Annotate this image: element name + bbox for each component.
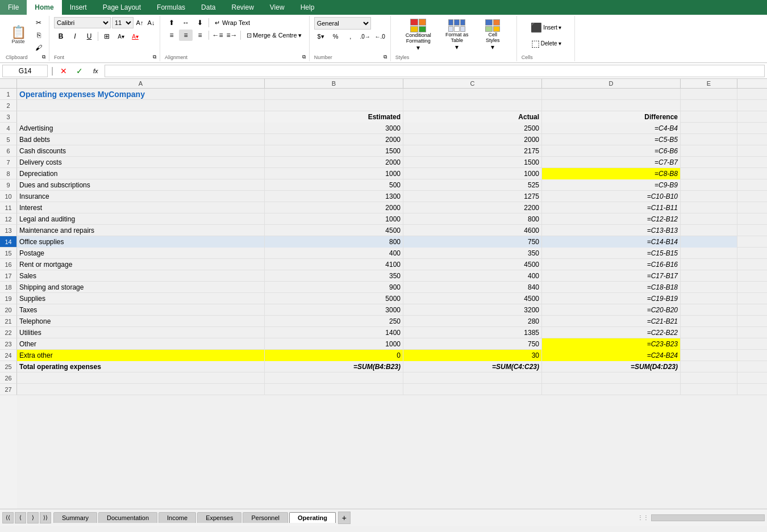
sheet-nav-right[interactable]: ⟩ (27, 512, 39, 523)
cell-c20[interactable]: 3200 (403, 304, 542, 316)
cell-a16[interactable]: Rent or mortgage (17, 259, 265, 270)
row-num-13[interactable]: 13 (0, 225, 17, 236)
row-num-2[interactable]: 2 (0, 100, 17, 111)
align-left-button[interactable]: ≡ (165, 30, 178, 41)
indent-decrease-button[interactable]: ←≡ (211, 30, 224, 41)
comma-button[interactable]: , (344, 31, 357, 42)
row-num-21[interactable]: 21 (0, 316, 17, 327)
tab-data[interactable]: Data (193, 0, 223, 15)
sheet-tab-operating[interactable]: Operating (289, 512, 336, 523)
cell-e6[interactable] (681, 145, 737, 157)
cell-d17[interactable]: =C17-B17 (542, 270, 681, 282)
cell-a3[interactable] (17, 111, 265, 123)
row-num-15[interactable]: 15 (0, 248, 17, 259)
cell-d18[interactable]: =C18-B18 (542, 282, 681, 293)
cell-e15[interactable] (681, 248, 737, 259)
cell-a1[interactable]: Operating expenses MyCompany (17, 89, 265, 100)
percent-button[interactable]: % (329, 31, 343, 42)
cell-c21[interactable]: 280 (403, 316, 542, 327)
align-right-button[interactable]: ≡ (193, 30, 207, 41)
cell-b26[interactable] (265, 372, 403, 384)
cell-e17[interactable] (681, 270, 737, 282)
italic-button[interactable]: I (68, 31, 82, 42)
row-num-5[interactable]: 5 (0, 134, 17, 145)
cell-a23[interactable]: Other (17, 338, 265, 350)
borders-button[interactable]: ⊞ (100, 31, 114, 42)
cell-a11[interactable]: Interest (17, 202, 265, 213)
cell-a18[interactable]: Shipping and storage (17, 282, 265, 293)
cell-d12[interactable]: =C12-B12 (542, 213, 681, 225)
align-middle-button[interactable]: ↔ (179, 17, 193, 28)
currency-button[interactable]: $▾ (314, 31, 328, 42)
font-size-increase[interactable]: A↑ (135, 18, 145, 28)
cell-c19[interactable]: 4500 (403, 293, 542, 304)
font-size-decrease[interactable]: A↓ (146, 18, 156, 28)
cell-b14[interactable]: 800 (265, 236, 403, 248)
col-header-d[interactable]: D (542, 79, 681, 88)
wrap-text-button[interactable]: ↵ Wrap Text (211, 18, 254, 28)
alignment-expand[interactable]: ⧉ (302, 54, 306, 60)
cell-b1[interactable] (265, 89, 403, 100)
cell-b8[interactable]: 1000 (265, 168, 403, 179)
insert-function-button[interactable]: fx (89, 65, 102, 77)
cell-d26[interactable] (542, 372, 681, 384)
cell-e14[interactable] (681, 236, 737, 248)
row-num-6[interactable]: 6 (0, 145, 17, 157)
cell-d4[interactable]: =C4-B4 (542, 123, 681, 134)
cell-c2[interactable] (403, 100, 542, 111)
cell-b24[interactable]: 0 (265, 350, 403, 361)
cell-a19[interactable]: Supplies (17, 293, 265, 304)
cell-e21[interactable] (681, 316, 737, 327)
cell-c22[interactable]: 1385 (403, 327, 542, 338)
sheet-tab-income[interactable]: Income (159, 512, 196, 523)
cell-d25[interactable]: =SUM(D4:D23) (542, 361, 681, 372)
row-num-16[interactable]: 16 (0, 259, 17, 270)
cell-c9[interactable]: 525 (403, 179, 542, 191)
row-num-4[interactable]: 4 (0, 123, 17, 134)
cell-c23[interactable]: 750 (403, 338, 542, 350)
sheet-tab-expenses[interactable]: Expenses (197, 512, 241, 523)
sheet-nav-left-left[interactable]: ⟨⟨ (2, 512, 14, 523)
cell-d1[interactable] (542, 89, 681, 100)
cell-d9[interactable]: =C9-B9 (542, 179, 681, 191)
cell-c13[interactable]: 4600 (403, 225, 542, 236)
row-num-26[interactable]: 26 (0, 372, 17, 384)
cell-d6[interactable]: =C6-B6 (542, 145, 681, 157)
tab-file[interactable]: File (0, 0, 27, 15)
sheet-tab-personnel[interactable]: Personnel (243, 512, 288, 523)
cell-e16[interactable] (681, 259, 737, 270)
cell-a27[interactable] (17, 384, 265, 395)
cell-a22[interactable]: Utilities (17, 327, 265, 338)
format-as-table-button[interactable]: Format as Table ▾ (439, 18, 475, 53)
format-painter-button[interactable]: 🖌 (32, 42, 45, 53)
cell-a25[interactable]: Total operating expenses (17, 361, 265, 372)
cell-c26[interactable] (403, 372, 542, 384)
cell-b6[interactable]: 1500 (265, 145, 403, 157)
cell-d16[interactable]: =C16-B16 (542, 259, 681, 270)
cell-e11[interactable] (681, 202, 737, 213)
cell-e7[interactable] (681, 157, 737, 168)
cell-e27[interactable] (681, 384, 737, 395)
cell-c6[interactable]: 2175 (403, 145, 542, 157)
cell-b20[interactable]: 3000 (265, 304, 403, 316)
cell-b18[interactable]: 900 (265, 282, 403, 293)
cell-c7[interactable]: 1500 (403, 157, 542, 168)
cell-a15[interactable]: Postage (17, 248, 265, 259)
font-color-button[interactable]: A▾ (128, 31, 142, 42)
number-format-select[interactable]: General (314, 17, 371, 30)
row-num-14[interactable]: 14 (0, 236, 17, 248)
cell-a20[interactable]: Taxes (17, 304, 265, 316)
cell-c10[interactable]: 1275 (403, 191, 542, 202)
cell-c18[interactable]: 840 (403, 282, 542, 293)
cell-e3[interactable] (681, 111, 737, 123)
row-num-10[interactable]: 10 (0, 191, 17, 202)
col-header-a[interactable]: A (17, 79, 265, 88)
indent-increase-button[interactable]: ≡→ (225, 30, 239, 41)
align-bottom-button[interactable]: ⬇ (193, 17, 207, 28)
cell-e26[interactable] (681, 372, 737, 384)
cell-d19[interactable]: =C19-B19 (542, 293, 681, 304)
font-expand[interactable]: ⧉ (153, 54, 156, 60)
cell-d7[interactable]: =C7-B7 (542, 157, 681, 168)
cell-a8[interactable]: Depreciation (17, 168, 265, 179)
cell-e10[interactable] (681, 191, 737, 202)
